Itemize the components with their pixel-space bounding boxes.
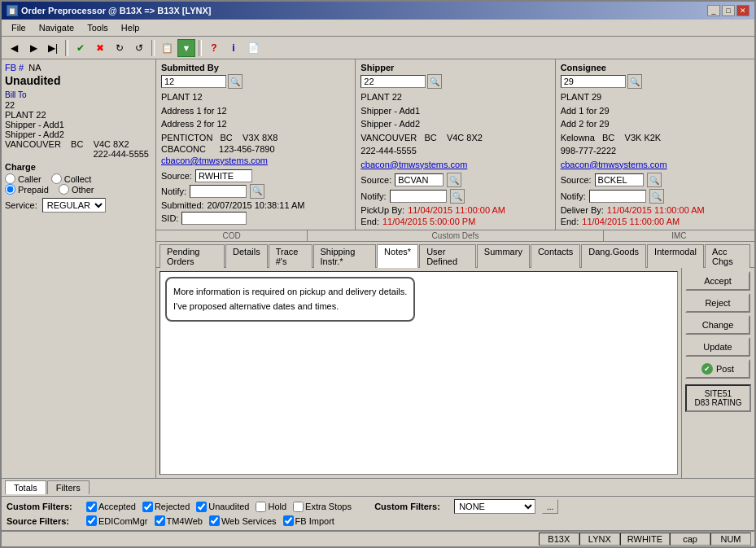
filter-tm4web-checkbox[interactable] bbox=[155, 515, 165, 526]
toolbar-green-button[interactable]: ▼ bbox=[177, 39, 195, 57]
tab-details[interactable]: Details bbox=[225, 244, 268, 268]
consignee-source-search-button[interactable]: 🔍 bbox=[647, 173, 662, 187]
filter-extra-stops-checkbox[interactable] bbox=[293, 502, 304, 512]
shipper-notify-input[interactable] bbox=[390, 190, 447, 203]
filter-rejected-checkbox[interactable] bbox=[142, 502, 153, 512]
source-input[interactable] bbox=[195, 169, 252, 182]
consignee-notify-search-button[interactable]: 🔍 bbox=[649, 189, 664, 204]
shipper-end-row: End: 11/04/2015 5:00:00 PM bbox=[361, 217, 549, 226]
post-button[interactable]: ✔ Post bbox=[685, 359, 750, 379]
filter-fb-import-checkbox[interactable] bbox=[283, 515, 294, 526]
reject-button[interactable]: Reject bbox=[685, 293, 750, 313]
tab-contacts[interactable]: Contacts bbox=[531, 244, 580, 268]
tab-notes[interactable]: Notes* bbox=[377, 244, 418, 268]
shipper-city: VANCOUVER bbox=[361, 133, 417, 142]
submitted-by-section: Submitted By 🔍 PLANT 12 Address 1 for 12… bbox=[156, 59, 356, 230]
shipper-add2: Shipper - Add2 bbox=[5, 129, 152, 139]
consignee-email-link[interactable]: cbacon@tmwsystems.com bbox=[561, 160, 667, 169]
radio-collect-input[interactable] bbox=[51, 173, 62, 184]
notify-input[interactable] bbox=[190, 185, 247, 198]
consignee-addr2: Add 2 for 29 bbox=[561, 117, 749, 131]
toolbar-undo-button[interactable]: ↺ bbox=[130, 39, 148, 57]
service-select[interactable]: REGULAR bbox=[42, 198, 106, 213]
shipper-source-input[interactable] bbox=[395, 173, 444, 186]
toolbar-x-button[interactable]: ✖ bbox=[91, 39, 109, 57]
filter-web-services-checkbox[interactable] bbox=[209, 515, 220, 526]
consignee-search-button[interactable]: 🔍 bbox=[627, 74, 642, 89]
submitted-date-row: Submitted: 20/07/2015 10:38:11 AM bbox=[161, 200, 350, 210]
filter-hold-checkbox[interactable] bbox=[256, 502, 266, 512]
filter-hold: Hold bbox=[256, 502, 286, 512]
status-rwhite: RWHITE bbox=[620, 533, 670, 546]
shipper-end-label: End: bbox=[361, 217, 379, 226]
consignee-input[interactable] bbox=[561, 75, 626, 88]
menu-navigate[interactable]: Navigate bbox=[33, 21, 81, 34]
consignee-source-input[interactable] bbox=[595, 173, 644, 186]
filter-extra-stops-label: Extra Stops bbox=[305, 502, 352, 511]
filter-edicommgr-checkbox[interactable] bbox=[86, 515, 97, 526]
menu-help[interactable]: Help bbox=[115, 21, 146, 34]
filter-accepted-checkbox[interactable] bbox=[86, 502, 97, 512]
radio-other-input[interactable] bbox=[59, 184, 69, 195]
bottom-tab-filters[interactable]: Filters bbox=[47, 480, 90, 494]
submitted-email-link[interactable]: cbacon@tmwsystems.com bbox=[161, 156, 268, 165]
consignee-notify-input[interactable] bbox=[589, 190, 646, 203]
bottom-tab-totals[interactable]: Totals bbox=[5, 480, 46, 494]
tab-shipping-instr[interactable]: Shipping Instr.* bbox=[313, 244, 377, 268]
tab-summary[interactable]: Summary bbox=[477, 244, 530, 268]
sid-input[interactable] bbox=[181, 212, 247, 225]
filter-dots-button[interactable]: ... bbox=[542, 499, 558, 514]
tab-trace[interactable]: Trace #'s bbox=[269, 244, 312, 268]
menu-file[interactable]: File bbox=[5, 21, 33, 34]
app-icon: 📋 bbox=[7, 5, 18, 16]
tab-user-defined[interactable]: User Defined bbox=[419, 244, 476, 268]
toolbar-copy-button[interactable]: 📋 bbox=[158, 39, 176, 57]
toolbar-refresh-button[interactable]: ↻ bbox=[111, 39, 129, 57]
radio-caller-input[interactable] bbox=[5, 173, 15, 184]
shipper-notify-search-button[interactable]: 🔍 bbox=[450, 189, 465, 204]
section-header-row: COD Custom Defs IMC bbox=[156, 230, 754, 242]
menu-bar: File Navigate Tools Help bbox=[2, 20, 754, 37]
minimize-button[interactable]: _ bbox=[707, 5, 720, 16]
shipper-source-search-button[interactable]: 🔍 bbox=[447, 173, 461, 187]
change-button[interactable]: Change bbox=[685, 315, 750, 335]
custom-filters-label: Custom Filters: bbox=[7, 502, 80, 511]
shipper-input[interactable] bbox=[361, 75, 426, 88]
close-button[interactable]: ✕ bbox=[736, 5, 749, 16]
shipper-source-row: Source: 🔍 bbox=[361, 173, 549, 187]
accept-button[interactable]: Accept bbox=[685, 271, 750, 291]
toolbar-print-button[interactable]: 📄 bbox=[244, 39, 262, 57]
submitted-by-input[interactable] bbox=[161, 75, 226, 88]
shipper-email-link[interactable]: cbacon@tmwsystems.com bbox=[361, 160, 467, 169]
filter-unaudited-checkbox[interactable] bbox=[196, 502, 207, 512]
radio-row-2: Prepaid Other bbox=[5, 184, 152, 195]
toolbar-help-button[interactable]: ? bbox=[205, 39, 223, 57]
tab-acc-chgs[interactable]: Acc Chgs bbox=[705, 244, 750, 268]
tab-dang-goods[interactable]: Dang.Goods bbox=[581, 244, 646, 268]
radio-prepaid-input[interactable] bbox=[5, 184, 15, 195]
toolbar-forward-button[interactable]: ▶ bbox=[24, 39, 42, 57]
menu-tools[interactable]: Tools bbox=[81, 21, 115, 34]
custom-dropdown[interactable]: NONE bbox=[454, 499, 535, 514]
title-bar-left: 📋 Order Preprocessor @ B13X => B13X [LYN… bbox=[7, 5, 211, 16]
tab-intermodal[interactable]: Intermodal bbox=[647, 244, 704, 268]
status-cap: cap bbox=[670, 533, 710, 546]
maximize-button[interactable]: □ bbox=[722, 5, 735, 16]
custom-filters-row: Custom Filters: Accepted Rejected Unaudi… bbox=[7, 499, 749, 514]
toolbar-check-button[interactable]: ✔ bbox=[72, 39, 90, 57]
tab-pending-orders[interactable]: Pending Orders bbox=[160, 244, 225, 268]
toolbar-end-button[interactable]: ▶| bbox=[44, 39, 62, 57]
submitted-by-input-row: 🔍 bbox=[161, 74, 350, 89]
toolbar-info-button[interactable]: i bbox=[225, 39, 243, 57]
notes-content-area: More information is required on pickup a… bbox=[160, 271, 678, 475]
bill-to-label: Bill To bbox=[5, 90, 152, 99]
submitted-by-search-button[interactable]: 🔍 bbox=[228, 74, 243, 89]
consignee-phone: 998-777-2222 bbox=[561, 144, 749, 158]
notify-search-button[interactable]: 🔍 bbox=[250, 184, 264, 199]
update-button[interactable]: Update bbox=[685, 337, 750, 357]
shipper-search-button[interactable]: 🔍 bbox=[427, 74, 442, 89]
consignee-addr1: Add 1 for 29 bbox=[561, 104, 749, 118]
status-bar: B13X LYNX RWHITE cap NUM bbox=[2, 530, 754, 546]
phone: 222-444-5555 bbox=[5, 149, 152, 159]
toolbar-back-button[interactable]: ◀ bbox=[5, 39, 23, 57]
